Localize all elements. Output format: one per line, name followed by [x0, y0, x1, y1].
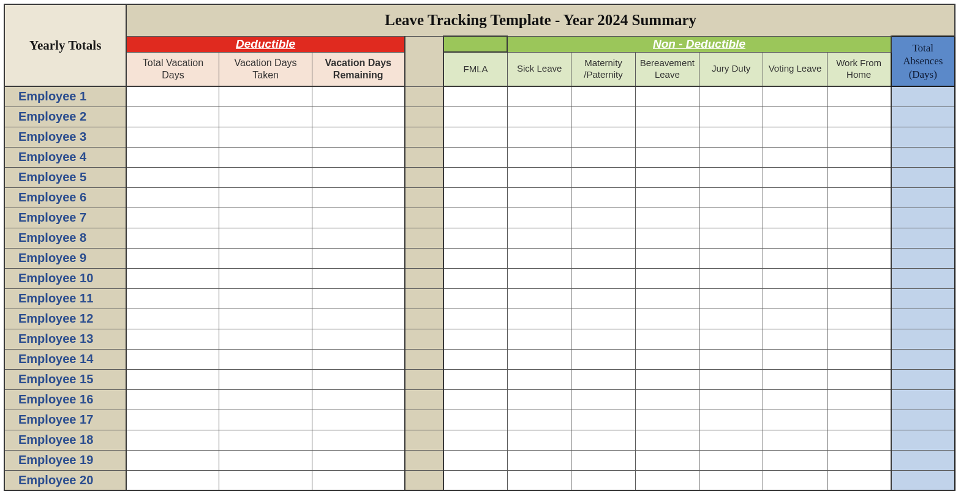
- nondeductible-cell[interactable]: [699, 288, 763, 309]
- nondeductible-corner[interactable]: [443, 36, 507, 52]
- nondeductible-cell[interactable]: [827, 430, 891, 450]
- total-absences-cell[interactable]: [891, 450, 955, 470]
- deductible-cell[interactable]: [312, 309, 404, 329]
- nondeductible-cell[interactable]: [635, 107, 699, 127]
- deductible-cell[interactable]: [126, 248, 219, 268]
- deductible-cell[interactable]: [219, 410, 312, 430]
- total-absences-cell[interactable]: [891, 410, 955, 430]
- nondeductible-cell[interactable]: [635, 410, 699, 430]
- nondeductible-cell[interactable]: [763, 369, 827, 389]
- deductible-cell[interactable]: [312, 268, 404, 288]
- deductible-cell[interactable]: [126, 349, 219, 369]
- nondeductible-cell[interactable]: [635, 86, 699, 107]
- nondeductible-cell[interactable]: [635, 309, 699, 329]
- deductible-cell[interactable]: [126, 410, 219, 430]
- employee-name[interactable]: Employee 6: [4, 187, 126, 208]
- employee-name[interactable]: Employee 19: [4, 450, 126, 470]
- deductible-cell[interactable]: [312, 450, 404, 470]
- nondeductible-cell[interactable]: [763, 430, 827, 450]
- nondeductible-cell[interactable]: [507, 349, 571, 369]
- nondeductible-cell[interactable]: [635, 288, 699, 309]
- employee-name[interactable]: Employee 14: [4, 349, 126, 369]
- nondeductible-cell[interactable]: [763, 107, 827, 127]
- nondeductible-cell[interactable]: [763, 349, 827, 369]
- nondeductible-cell[interactable]: [699, 309, 763, 329]
- nondeductible-cell[interactable]: [699, 450, 763, 470]
- deductible-cell[interactable]: [126, 329, 219, 349]
- deductible-cell[interactable]: [312, 107, 404, 127]
- nondeductible-cell[interactable]: [443, 107, 507, 127]
- nondeductible-cell[interactable]: [635, 369, 699, 389]
- deductible-cell[interactable]: [219, 470, 312, 490]
- deductible-cell[interactable]: [312, 147, 404, 167]
- nondeductible-cell[interactable]: [635, 430, 699, 450]
- nondeductible-cell[interactable]: [443, 248, 507, 268]
- nondeductible-cell[interactable]: [443, 228, 507, 248]
- nondeductible-cell[interactable]: [635, 127, 699, 147]
- deductible-cell[interactable]: [219, 430, 312, 450]
- nondeductible-cell[interactable]: [507, 389, 571, 410]
- deductible-cell[interactable]: [312, 127, 404, 147]
- nondeductible-cell[interactable]: [443, 208, 507, 228]
- deductible-cell[interactable]: [126, 450, 219, 470]
- deductible-cell[interactable]: [219, 329, 312, 349]
- deductible-cell[interactable]: [126, 86, 219, 107]
- employee-name[interactable]: Employee 15: [4, 369, 126, 389]
- deductible-cell[interactable]: [312, 288, 404, 309]
- total-absences-cell[interactable]: [891, 86, 955, 107]
- nondeductible-cell[interactable]: [699, 86, 763, 107]
- deductible-cell[interactable]: [312, 389, 404, 410]
- deductible-cell[interactable]: [126, 147, 219, 167]
- nondeductible-cell[interactable]: [443, 389, 507, 410]
- nondeductible-cell[interactable]: [827, 410, 891, 430]
- deductible-cell[interactable]: [126, 208, 219, 228]
- nondeductible-cell[interactable]: [443, 187, 507, 208]
- nondeductible-cell[interactable]: [827, 127, 891, 147]
- nondeductible-cell[interactable]: [507, 268, 571, 288]
- nondeductible-cell[interactable]: [763, 470, 827, 490]
- nondeductible-cell[interactable]: [699, 389, 763, 410]
- nondeductible-cell[interactable]: [443, 470, 507, 490]
- total-absences-cell[interactable]: [891, 167, 955, 187]
- nondeductible-cell[interactable]: [763, 248, 827, 268]
- total-absences-cell[interactable]: [891, 147, 955, 167]
- deductible-cell[interactable]: [219, 147, 312, 167]
- deductible-cell[interactable]: [312, 208, 404, 228]
- nondeductible-cell[interactable]: [699, 228, 763, 248]
- nondeductible-cell[interactable]: [571, 450, 635, 470]
- nondeductible-cell[interactable]: [571, 86, 635, 107]
- deductible-cell[interactable]: [219, 349, 312, 369]
- deductible-cell[interactable]: [219, 288, 312, 309]
- nondeductible-cell[interactable]: [699, 369, 763, 389]
- deductible-cell[interactable]: [219, 268, 312, 288]
- deductible-cell[interactable]: [219, 127, 312, 147]
- deductible-cell[interactable]: [126, 430, 219, 450]
- nondeductible-cell[interactable]: [571, 410, 635, 430]
- nondeductible-cell[interactable]: [507, 309, 571, 329]
- nondeductible-cell[interactable]: [763, 288, 827, 309]
- nondeductible-cell[interactable]: [763, 389, 827, 410]
- nondeductible-cell[interactable]: [571, 430, 635, 450]
- nondeductible-cell[interactable]: [507, 450, 571, 470]
- deductible-cell[interactable]: [126, 107, 219, 127]
- nondeductible-cell[interactable]: [827, 107, 891, 127]
- deductible-cell[interactable]: [126, 268, 219, 288]
- nondeductible-cell[interactable]: [763, 410, 827, 430]
- nondeductible-cell[interactable]: [507, 329, 571, 349]
- nondeductible-cell[interactable]: [635, 329, 699, 349]
- nondeductible-cell[interactable]: [635, 147, 699, 167]
- nondeductible-cell[interactable]: [443, 167, 507, 187]
- nondeductible-cell[interactable]: [699, 268, 763, 288]
- nondeductible-cell[interactable]: [507, 167, 571, 187]
- nondeductible-cell[interactable]: [443, 329, 507, 349]
- deductible-cell[interactable]: [219, 309, 312, 329]
- nondeductible-cell[interactable]: [443, 309, 507, 329]
- employee-name[interactable]: Employee 8: [4, 228, 126, 248]
- nondeductible-cell[interactable]: [827, 208, 891, 228]
- nondeductible-cell[interactable]: [827, 329, 891, 349]
- nondeductible-cell[interactable]: [699, 410, 763, 430]
- nondeductible-cell[interactable]: [699, 107, 763, 127]
- deductible-cell[interactable]: [312, 470, 404, 490]
- nondeductible-cell[interactable]: [571, 248, 635, 268]
- nondeductible-cell[interactable]: [507, 248, 571, 268]
